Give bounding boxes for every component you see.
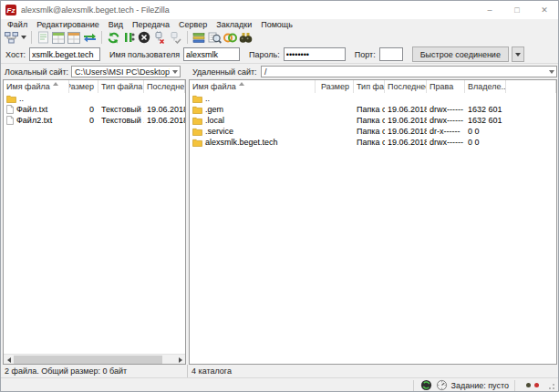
local-pane-status: 2 файла. Общий размер: 0 байт bbox=[5, 366, 127, 376]
chevron-down-icon[interactable] bbox=[546, 70, 556, 74]
remote-col-owner[interactable]: Владеле... bbox=[465, 80, 506, 93]
activity-led-icon bbox=[534, 383, 539, 387]
maximize-button[interactable]: □ bbox=[503, 1, 531, 19]
local-row-file[interactable]: Файл.txt 0 Текстовый ... 19.06.2018 16 bbox=[4, 104, 185, 115]
directory-comparison-icon[interactable] bbox=[207, 30, 222, 45]
title-bar: Fz alexsmlk@alexsmlk.beget.tech - FileZi… bbox=[1, 1, 558, 19]
folder-icon bbox=[6, 95, 16, 103]
sync-arrows-icon[interactable] bbox=[419, 379, 432, 392]
menu-transfer[interactable]: Передача bbox=[128, 20, 174, 29]
local-tree-toggle-icon[interactable] bbox=[51, 30, 66, 45]
window-controls: – □ ✕ bbox=[476, 1, 558, 19]
app-icon: Fz bbox=[5, 5, 16, 15]
toolbar-separator bbox=[187, 31, 188, 44]
remote-col-filler bbox=[506, 80, 556, 93]
local-col-type[interactable]: Тип файла bbox=[98, 80, 144, 93]
username-label: Имя пользователя bbox=[109, 50, 180, 59]
host-label: Хост: bbox=[5, 50, 26, 59]
menu-bookmarks[interactable]: Закладки bbox=[212, 20, 256, 29]
folder-icon bbox=[192, 117, 202, 125]
remote-col-size[interactable]: Размер bbox=[316, 80, 354, 93]
local-col-name[interactable]: Имя файла bbox=[4, 80, 69, 93]
local-col-size[interactable]: Размер bbox=[69, 80, 98, 93]
close-button[interactable]: ✕ bbox=[531, 1, 558, 19]
process-queue-icon[interactable] bbox=[121, 30, 136, 45]
pane-status-divider bbox=[187, 365, 188, 377]
username-input[interactable] bbox=[183, 47, 240, 61]
site-manager-dropdown-icon[interactable] bbox=[19, 30, 27, 45]
remote-list-header: Имя файла Размер Тип фай Последнее... Пр… bbox=[190, 80, 556, 93]
chevron-down-icon[interactable] bbox=[170, 70, 180, 74]
local-site-label: Локальный сайт: bbox=[5, 67, 68, 77]
sort-ascending-icon bbox=[53, 82, 58, 86]
remote-col-name[interactable]: Имя файла bbox=[190, 80, 316, 93]
synchronized-browsing-icon[interactable] bbox=[223, 30, 237, 45]
toolbar-separator bbox=[31, 31, 32, 44]
site-manager-icon[interactable] bbox=[4, 30, 18, 45]
quickconnect-bar: Хост: Имя пользователя Пароль: Порт: Быс… bbox=[1, 46, 558, 64]
scrollbar-thumb[interactable] bbox=[14, 356, 162, 364]
scroll-right-icon[interactable] bbox=[175, 355, 185, 365]
remote-row-parent[interactable]: .. bbox=[190, 93, 556, 104]
filter-icon[interactable] bbox=[192, 30, 206, 45]
menu-bar: Файл Редактирование Вид Передача Сервер … bbox=[1, 19, 558, 29]
remote-tree-toggle-icon[interactable] bbox=[67, 30, 81, 45]
remote-pane-status: 4 каталога bbox=[192, 366, 232, 376]
disconnect-icon[interactable] bbox=[152, 30, 167, 45]
folder-icon bbox=[192, 128, 202, 136]
quickconnect-dropdown-icon[interactable] bbox=[512, 46, 524, 62]
menu-file[interactable]: Файл bbox=[3, 20, 32, 29]
local-site-path: C:\Users\MSI PC\Desktop\статья\ bbox=[72, 67, 170, 77]
remote-row-folder[interactable]: alexsmlk.beget.tech Папка с ... 19.06.20… bbox=[190, 137, 556, 148]
local-row-parent[interactable]: .. bbox=[4, 93, 185, 104]
remote-file-list: Имя файла Размер Тип фай Последнее... Пр… bbox=[189, 79, 557, 365]
minimize-button[interactable]: – bbox=[476, 1, 503, 19]
remote-site-label: Удаленный сайт: bbox=[192, 67, 257, 77]
refresh-icon[interactable] bbox=[106, 30, 120, 45]
cancel-icon[interactable] bbox=[137, 30, 151, 45]
port-input[interactable] bbox=[379, 47, 403, 61]
menu-server[interactable]: Сервер bbox=[174, 20, 212, 29]
remote-row-folder[interactable]: .gem Папка с ... 19.06.2018 ... drwx----… bbox=[190, 104, 556, 115]
remote-site-combo[interactable]: / bbox=[261, 66, 557, 77]
filezilla-window: Fz alexsmlk@alexsmlk.beget.tech - FileZi… bbox=[0, 0, 559, 392]
remote-site-path: / bbox=[262, 67, 546, 77]
toolbar-separator bbox=[101, 31, 102, 44]
remote-row-folder[interactable]: .service Папка с ... 19.06.2018 ... dr-x… bbox=[190, 126, 556, 137]
scroll-left-icon[interactable] bbox=[4, 355, 14, 365]
activity-leds bbox=[521, 383, 544, 387]
local-horizontal-scrollbar[interactable] bbox=[4, 354, 185, 364]
password-input[interactable] bbox=[284, 47, 346, 61]
local-site-combo[interactable]: C:\Users\MSI PC\Desktop\статья\ bbox=[71, 66, 181, 77]
menu-view[interactable]: Вид bbox=[104, 20, 128, 29]
remote-row-folder[interactable]: .local Папка с ... 19.06.2018 ... drwx--… bbox=[190, 115, 556, 126]
quickconnect-button[interactable]: Быстрое соединение bbox=[412, 46, 509, 62]
toolbar bbox=[1, 29, 558, 46]
activity-led-icon bbox=[526, 383, 531, 387]
remote-col-perms[interactable]: Права bbox=[427, 80, 465, 93]
sort-ascending-icon bbox=[239, 82, 244, 86]
local-row-file[interactable]: Файл2.txt 0 Текстовый ... 19.06.2018 16 bbox=[4, 115, 185, 126]
queue-status-text: Задание: пусто bbox=[450, 381, 509, 390]
menu-help[interactable]: Помощь bbox=[256, 20, 297, 29]
resize-grip[interactable] bbox=[546, 381, 554, 389]
window-title: alexsmlk@alexsmlk.beget.tech - FileZilla bbox=[21, 5, 170, 15]
path-row: Локальный сайт: C:\Users\MSI PC\Desktop\… bbox=[1, 65, 558, 78]
remote-col-modified[interactable]: Последнее... bbox=[385, 80, 427, 93]
local-file-list: Имя файла Размер Тип файла Последнее и .… bbox=[3, 79, 186, 365]
menu-edit[interactable]: Редактирование bbox=[32, 20, 104, 29]
host-input[interactable] bbox=[29, 47, 100, 61]
remote-col-type[interactable]: Тип фай bbox=[354, 80, 385, 93]
folder-icon bbox=[192, 139, 202, 147]
port-label: Порт: bbox=[355, 50, 376, 59]
local-list-header: Имя файла Размер Тип файла Последнее и bbox=[4, 80, 185, 93]
transfer-queue-toggle-icon[interactable] bbox=[82, 30, 97, 45]
find-files-icon[interactable] bbox=[238, 30, 253, 45]
reconnect-icon[interactable] bbox=[168, 30, 182, 45]
folder-icon bbox=[192, 106, 202, 114]
message-log-icon[interactable] bbox=[36, 30, 50, 45]
file-icon bbox=[6, 116, 14, 125]
statusbar-separator bbox=[413, 380, 414, 391]
local-col-modified[interactable]: Последнее и bbox=[144, 80, 185, 93]
speed-limit-gauge-icon[interactable] bbox=[435, 379, 448, 392]
